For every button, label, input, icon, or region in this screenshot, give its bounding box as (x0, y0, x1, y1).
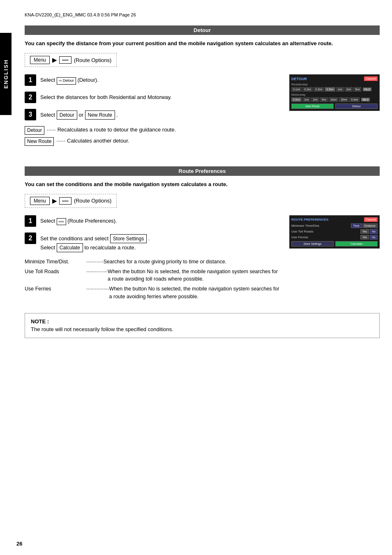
pref-dist-btn[interactable]: Distance (362, 223, 378, 228)
step-number-1: 1 (25, 74, 36, 86)
detour-btn[interactable]: Detour (57, 111, 77, 120)
menu-button[interactable]: Menu (30, 56, 50, 64)
rp-screen-action-row: Store Settings Calculate (291, 241, 378, 246)
rp-key-3: Use Ferries (25, 285, 86, 293)
new-route-btn[interactable]: New Route (85, 111, 115, 120)
detour-desc-label-2: New Route (25, 137, 54, 146)
rp-step-number-1: 1 (25, 215, 36, 227)
step-number-3: 3 (25, 109, 36, 120)
rp-descriptions: Minimize Time/Dist. ············ Searche… (25, 258, 281, 301)
screen-store-btn[interactable]: Store Settings (291, 241, 334, 246)
detour-screen-title: DETOUR (291, 77, 307, 81)
pref-toll-yes-btn[interactable]: Yes (360, 229, 369, 234)
pref-row-1: Minimize Time/Dist. Time Distance (291, 223, 378, 228)
m-dist-20mi[interactable]: 20mi (339, 97, 348, 102)
rp-screen-close[interactable]: Cancel (364, 217, 378, 222)
pref-toll-no-btn[interactable]: No (370, 229, 378, 234)
note-box: NOTE : The route will not necessarily fo… (25, 313, 380, 338)
dist-0.3mi[interactable]: 0.3mi (314, 87, 324, 92)
detour-desc-label-1: Detour (25, 126, 44, 135)
detour-step-1: 1 Select ⇨ Detour (Detour). (25, 74, 281, 86)
rp-step-1-text: Select ══ (Route Preferences). (40, 215, 117, 226)
rp-dots-2: ··············· (86, 268, 108, 276)
detour-screen-close[interactable]: Cancel (364, 76, 378, 81)
route-pref-intro: You can set the conditions and the mobil… (25, 181, 380, 188)
rp-menu-button[interactable]: Menu (30, 197, 50, 205)
screen-detour-btn[interactable]: Detour (335, 104, 378, 109)
rp-key-1: Minimize Time/Dist. (25, 258, 86, 266)
screen-calculate-btn[interactable]: Calculate (335, 241, 378, 246)
rp-route-options-label: (Route Options) (74, 198, 112, 204)
step-2-text: Select the distances for both Residentia… (40, 92, 172, 101)
mls-btn-2[interactable]: MLS (361, 98, 369, 101)
step-1-text: Select ⇨ Detour (Detour). (40, 74, 99, 85)
pref-label-1: Minimize Time/Dist. (291, 224, 320, 228)
pref-label-2: Use Toll Roads (291, 230, 314, 233)
step-3-text: Select Detour or New Route . (40, 109, 118, 120)
arrow-icon: ▶ (52, 57, 57, 63)
store-settings-btn[interactable]: Store Settings (110, 234, 147, 243)
motorway-distances: 0.5mi 1mi 2mi 5mi 10mi 20mi 0.0mi MLS (291, 97, 378, 102)
detour-step-2: 2 Select the distances for both Resident… (25, 92, 281, 103)
motorway-label: Motorway (291, 93, 378, 97)
rp-screen-title: ROUTE PREFERENCES (291, 218, 328, 221)
dist-0.5mi[interactable]: 0.5mi (325, 87, 335, 92)
m-dist-0mi[interactable]: 0.0mi (349, 97, 360, 102)
route-pref-menu-bar: Menu ▶ ══ (Route Options) (25, 194, 117, 208)
dist-5mi[interactable]: 5mi (353, 87, 361, 92)
rp-desc-2: Use Toll Roads ··············· When the … (25, 268, 281, 283)
detour-steps-area: 1 Select ⇨ Detour (Detour). 2 Select the… (25, 74, 380, 154)
pref-ferries-yes-btn[interactable]: Yes (360, 235, 369, 240)
detour-descriptions: Detour ······ Recalculates a route to de… (25, 126, 281, 146)
screen-action-row: New Route Detour (291, 104, 378, 109)
residential-label: Residential (291, 83, 378, 86)
rp-steps-left: 1 Select ══ (Route Preferences). 2 Set t… (25, 215, 281, 305)
rp-icon: ══ (57, 218, 66, 226)
m-dist-10mi[interactable]: 10mi (329, 97, 338, 102)
detour-header: Detour (25, 25, 380, 35)
m-dist-1mi[interactable]: 1mi (302, 97, 310, 102)
residential-distances: 0.1mi 0.2mi 0.3mi 0.5mi 1mi 2mi 5mi MLS (291, 87, 378, 92)
route-options-icon: ══ (59, 56, 71, 64)
dist-1mi[interactable]: 1mi (336, 87, 344, 92)
route-pref-header: Route Preferences (25, 166, 380, 176)
pref-row-2: Use Toll Roads Yes No (291, 229, 378, 234)
detour-intro: You can specify the distance from your c… (25, 40, 380, 47)
calculate-btn[interactable]: Calculate (57, 243, 83, 252)
step-number-2: 2 (25, 92, 36, 103)
screen-new-route-btn[interactable]: New Route (291, 104, 334, 109)
pref-btns-2: Yes No (360, 229, 378, 234)
doc-meta: KNA-DV2200_(E)_ENG_MMC 03.4.8 0:56 PM Pa… (25, 8, 380, 17)
pref-ferries-no-btn[interactable]: No (370, 235, 378, 240)
dist-0.1mi[interactable]: 0.1mi (291, 87, 302, 92)
pref-time-btn[interactable]: Time (351, 223, 361, 228)
page-number: 26 (16, 541, 22, 547)
m-dist-5mi[interactable]: 5mi (320, 97, 328, 102)
dist-2mi[interactable]: 2mi (345, 87, 353, 92)
rp-step-2-text: Set the conditions and select Store Sett… (40, 233, 150, 252)
m-dist-2mi[interactable]: 2mi (311, 97, 319, 102)
rp-steps-area: 1 Select ══ (Route Preferences). 2 Set t… (25, 215, 380, 305)
rp-dots-1: ············ (86, 258, 104, 266)
detour-desc-text-1: Recalculates a route to detour the guida… (58, 126, 176, 134)
m-dist-0.5mi[interactable]: 0.5mi (291, 97, 302, 102)
route-options-label: (Route Options) (74, 57, 112, 63)
detour-steps-left: 1 Select ⇨ Detour (Detour). 2 Select the… (25, 74, 281, 154)
pref-row-3: Use Ferries Yes No (291, 235, 378, 240)
rp-options-icon: ══ (59, 197, 71, 205)
note-title: NOTE : (31, 318, 49, 325)
rp-val-1: Searches for a route giving priority to … (104, 258, 226, 266)
detour-icon: ⇨ Detour (57, 77, 76, 85)
pref-btns-3: Yes No (360, 235, 378, 240)
rp-val-2: When the button No is selected, the mobi… (108, 268, 281, 283)
route-preferences-section: Route Preferences You can set the condit… (25, 166, 380, 338)
mls-btn-1[interactable]: MLS (363, 88, 371, 91)
rp-step-number-2: 2 (25, 233, 36, 244)
english-tab: ENGLISH (0, 33, 12, 115)
rp-step-1: 1 Select ══ (Route Preferences). (25, 215, 281, 227)
rp-desc-3: Use Ferries ················ When the bu… (25, 285, 281, 301)
detour-desc-text-2: Calculates another detour. (67, 137, 129, 145)
rp-dots-3: ················ (86, 285, 109, 293)
rp-val-3: When the button No is selected, the mobi… (109, 285, 281, 301)
dist-0.2mi[interactable]: 0.2mi (302, 87, 313, 92)
